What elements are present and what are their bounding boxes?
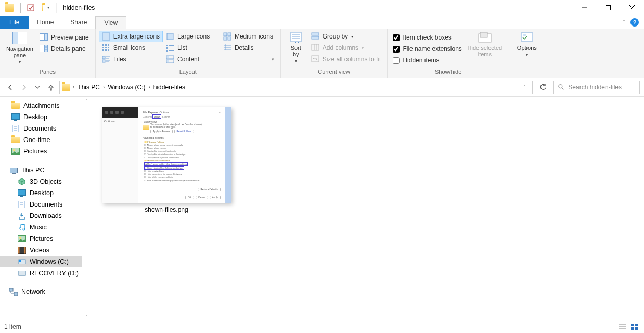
qat-properties-icon[interactable] xyxy=(27,4,35,12)
sort-by-button[interactable]: Sort by ▾ xyxy=(284,31,308,68)
details-pane-button[interactable]: Details pane xyxy=(36,43,92,55)
qat-dropdown-icon[interactable]: ▾ xyxy=(47,5,49,10)
cb-item-check-boxes[interactable]: Item check boxes xyxy=(391,32,463,43)
tab-home[interactable]: Home xyxy=(29,16,62,29)
layout-extra-large-icons[interactable]: Extra large icons xyxy=(99,31,163,42)
layout-details[interactable]: Details xyxy=(220,42,277,54)
cb-hidden-items[interactable]: Hidden items xyxy=(391,55,463,66)
svg-rect-27 xyxy=(105,49,107,51)
address-root-chevron-icon[interactable]: › xyxy=(72,84,75,90)
status-view-details-button[interactable] xyxy=(617,323,627,331)
svg-rect-18 xyxy=(224,37,227,40)
crumb-windows-c-chevron-icon[interactable]: › xyxy=(147,84,151,90)
svg-rect-33 xyxy=(166,50,168,52)
tree-splitter[interactable]: ˄ ˅ xyxy=(82,97,91,321)
svg-rect-81 xyxy=(18,247,20,254)
search-input[interactable] xyxy=(568,84,635,91)
tree-network[interactable]: Network xyxy=(0,286,82,298)
svg-point-72 xyxy=(13,149,15,151)
forward-button[interactable] xyxy=(19,82,29,93)
svg-rect-84 xyxy=(14,292,18,296)
ribbon-group-show-hide: Item check boxes File name extensions Hi… xyxy=(388,29,509,78)
cb-hidden-items-input[interactable] xyxy=(393,57,400,64)
tree-attachments[interactable]: Attachments xyxy=(0,100,82,111)
file-thumbnail: Options File Explorer Options× General V… xyxy=(102,107,231,203)
close-button[interactable] xyxy=(620,0,644,16)
tree-desktop[interactable]: Desktop xyxy=(0,187,82,199)
search-box[interactable] xyxy=(553,81,640,94)
address-folder-icon xyxy=(62,84,70,91)
tree-videos[interactable]: Videos xyxy=(0,245,82,256)
qat-new-folder-icon[interactable] xyxy=(37,4,45,12)
svg-rect-10 xyxy=(45,45,48,52)
tree-this-pc[interactable]: This PC xyxy=(0,164,82,176)
svg-rect-0 xyxy=(28,5,34,11)
crumb-this-pc[interactable]: This PC xyxy=(75,84,102,91)
cb-item-check-boxes-input[interactable] xyxy=(393,34,400,41)
navigation-pane-label: Navigation pane xyxy=(6,46,33,58)
tree-3d-objects[interactable]: 3D Objects xyxy=(0,176,82,187)
tree-music[interactable]: Music xyxy=(0,222,82,233)
svg-rect-8 xyxy=(45,34,48,41)
layout-list[interactable]: List xyxy=(163,42,220,54)
preview-pane-button[interactable]: Preview pane xyxy=(36,32,92,43)
layout-content[interactable]: Content xyxy=(163,54,220,65)
tree-pictures[interactable]: Pictures xyxy=(0,233,82,245)
tree-one-time[interactable]: One-time xyxy=(0,134,82,146)
tree-windows-c[interactable]: Windows (C:) xyxy=(0,256,82,267)
svg-rect-66 xyxy=(14,120,17,121)
tab-file[interactable]: File xyxy=(0,16,29,29)
up-button[interactable] xyxy=(46,82,56,93)
hide-selected-items-button[interactable]: Hide selected items xyxy=(464,31,506,68)
minimize-button[interactable] xyxy=(572,0,596,16)
svg-rect-82 xyxy=(24,247,26,254)
ribbon-group-options: Options ▾ xyxy=(509,29,545,78)
tree-pictures-quick[interactable]: Pictures xyxy=(0,146,82,157)
status-item-count: 1 item xyxy=(4,323,21,330)
svg-rect-62 xyxy=(523,34,526,36)
navigation-tree[interactable]: Attachments Desktop Documents One-time P… xyxy=(0,97,82,321)
layout-large-icons[interactable]: Large icons xyxy=(163,31,220,42)
svg-rect-42 xyxy=(102,60,105,62)
tree-desktop-quick[interactable]: Desktop xyxy=(0,111,82,123)
maximize-button[interactable] xyxy=(596,0,620,16)
cb-file-name-extensions[interactable]: File name extensions xyxy=(391,43,463,55)
svg-rect-53 xyxy=(312,33,319,35)
back-button[interactable] xyxy=(5,82,16,93)
help-icon[interactable]: ? xyxy=(630,18,639,27)
tree-downloads[interactable]: Downloads xyxy=(0,210,82,222)
file-item-shown-files[interactable]: Options File Explorer Options× General V… xyxy=(102,107,231,213)
address-bar[interactable]: › This PC › Windows (C:) › hidden-files … xyxy=(59,81,533,94)
cb-file-name-extensions-input[interactable] xyxy=(393,46,400,53)
tab-view[interactable]: View xyxy=(95,16,126,29)
ribbon-collapse-icon[interactable]: ˄ xyxy=(623,19,625,25)
crumb-windows-c[interactable]: Windows (C:) xyxy=(106,84,147,91)
address-history-dropdown-icon[interactable]: ˅ xyxy=(519,84,530,90)
layout-medium-icons[interactable]: Medium icons xyxy=(220,31,277,42)
navigation-pane-button[interactable]: Navigation pane ▾ xyxy=(3,31,36,68)
layout-small-icons[interactable]: Small icons xyxy=(99,42,163,54)
tree-documents[interactable]: Documents xyxy=(0,199,82,210)
refresh-button[interactable] xyxy=(536,81,550,94)
svg-rect-83 xyxy=(9,288,13,291)
layout-more-button[interactable]: ▾ xyxy=(220,54,277,65)
crumb-this-pc-chevron-icon[interactable]: › xyxy=(102,84,106,90)
tree-recovery-d[interactable]: RECOVERY (D:) xyxy=(0,267,82,279)
file-name-label: shown-files.png xyxy=(145,206,188,213)
layout-tiles[interactable]: Tiles xyxy=(99,54,163,65)
crumb-hidden-files[interactable]: hidden-files xyxy=(151,84,187,91)
group-by-button[interactable]: Group by ▾ xyxy=(308,31,384,42)
options-button[interactable]: Options ▾ xyxy=(512,31,542,68)
content-pane[interactable]: Options File Explorer Options× General V… xyxy=(91,97,644,321)
tab-share[interactable]: Share xyxy=(62,16,95,29)
tree-documents-quick[interactable]: Documents xyxy=(0,123,82,134)
size-all-columns-button[interactable]: Size all columns to fit xyxy=(308,54,384,65)
ribbon-tabs: File Home Share View ˄ ? xyxy=(0,16,644,29)
title-bar: │ ▾ │ hidden-files xyxy=(0,0,644,16)
tree-scroll-up-icon[interactable]: ˄ xyxy=(83,97,91,105)
recent-locations-button[interactable] xyxy=(32,82,43,93)
add-columns-button[interactable]: Add columns ▾ xyxy=(308,42,384,54)
tree-scroll-down-icon[interactable]: ˅ xyxy=(83,312,91,321)
svg-rect-20 xyxy=(102,44,104,46)
status-view-icons-button[interactable] xyxy=(629,323,640,331)
